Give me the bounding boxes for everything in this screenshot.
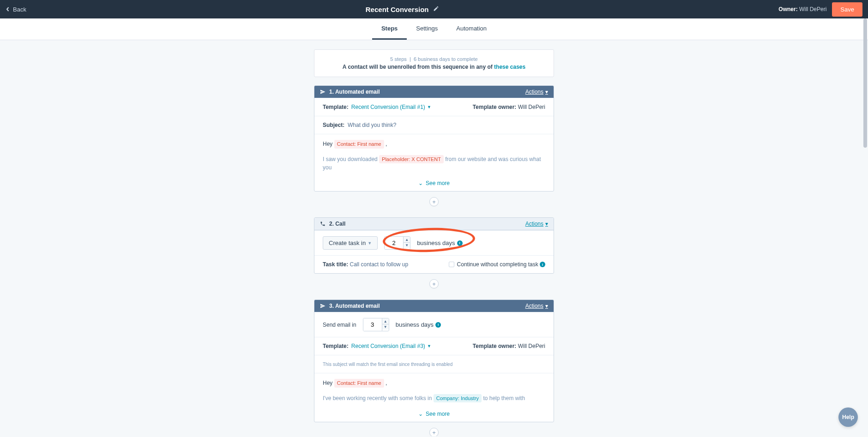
info-icon[interactable]: i <box>435 322 441 328</box>
template-label: Template: <box>323 104 349 110</box>
back-button[interactable]: Back <box>6 6 26 13</box>
scrollbar[interactable] <box>862 18 868 436</box>
unenroll-cases-link[interactable]: these cases <box>494 64 525 70</box>
workspace: 5 steps | 6 business days to complete A … <box>0 40 868 436</box>
step-2-card: 2. Call Actions ▾ Create task in ▼ ▲ <box>314 217 554 274</box>
email-body-preview: Hey Contact: First name , I saw you down… <box>314 134 554 177</box>
summary-stats: 5 steps | 6 business days to complete <box>324 56 544 62</box>
page-title: Recent Conversion <box>366 6 429 13</box>
back-label: Back <box>13 6 26 13</box>
step-1-header: 1. Automated email Actions ▾ <box>314 86 554 98</box>
tab-steps[interactable]: Steps <box>372 18 407 40</box>
scrollbar-thumb[interactable] <box>863 18 867 148</box>
template-label: Template: <box>323 343 349 349</box>
create-task-in-select[interactable]: Create task in ▼ <box>323 236 378 250</box>
add-step-button[interactable]: + <box>429 197 439 206</box>
send-email-in-label: Send email in <box>323 322 356 328</box>
caret-down-icon: ▾ <box>545 221 548 227</box>
owner-display: Owner: Will DePeri <box>778 6 826 12</box>
info-icon[interactable]: i <box>457 240 463 246</box>
page-title-wrap: Recent Conversion <box>366 6 440 13</box>
continue-checkbox[interactable] <box>449 262 454 267</box>
chevron-down-icon: ⌄ <box>418 411 423 417</box>
chevron-down-icon: ⌄ <box>418 180 423 186</box>
step-3-card: 3. Automated email Actions ▾ Send email … <box>314 299 554 422</box>
see-more-button[interactable]: ⌄ See more <box>314 408 554 422</box>
task-title: Task title: Call contact to follow up <box>323 261 408 268</box>
email-body-preview: Hey Contact: First name , I've been work… <box>314 373 554 408</box>
step-3-actions[interactable]: Actions ▾ <box>525 303 548 309</box>
step-3-header: 3. Automated email Actions ▾ <box>314 300 554 312</box>
paper-plane-icon <box>320 89 326 95</box>
help-button[interactable]: Help <box>838 407 858 427</box>
days-input-field[interactable] <box>363 318 382 331</box>
token-first-name: Contact: First name <box>334 379 384 388</box>
caret-down-icon: ▾ <box>545 303 548 309</box>
step-1-actions[interactable]: Actions ▾ <box>525 89 548 95</box>
step-2-header: 2. Call Actions ▾ <box>314 218 554 230</box>
caret-down-icon: ▾ <box>545 89 548 95</box>
see-more-button[interactable]: ⌄ See more <box>314 177 554 191</box>
business-days-label: business days i <box>417 239 462 246</box>
pencil-icon[interactable] <box>433 6 439 13</box>
template-link[interactable]: Recent Conversion (Email #3) ▼ <box>351 343 431 349</box>
caret-down-icon: ▼ <box>427 344 431 348</box>
tab-strip: Steps Settings Automation <box>0 18 868 40</box>
token-first-name: Contact: First name <box>334 140 384 149</box>
info-icon[interactable]: i <box>540 262 545 267</box>
summary-unenroll: A contact will be unenrolled from this s… <box>324 64 544 70</box>
token-placeholder-content: Placeholder: X CONTENT <box>379 155 444 164</box>
template-owner: Template owner: Will DePeri <box>473 104 545 110</box>
top-bar: Back Recent Conversion Owner: Will DePer… <box>0 0 868 18</box>
stepper-up[interactable]: ▲ <box>404 237 410 242</box>
tab-settings[interactable]: Settings <box>407 18 447 40</box>
days-input-field[interactable] <box>385 237 403 249</box>
days-input[interactable]: ▲ ▼ <box>384 236 410 250</box>
stepper-down[interactable]: ▼ <box>382 324 389 329</box>
threading-note: This subject will match the first email … <box>323 362 452 367</box>
stepper-up[interactable]: ▲ <box>382 318 389 324</box>
business-days-label: business days i <box>396 321 441 328</box>
add-step-button[interactable]: + <box>429 279 439 288</box>
step-1-card: 1. Automated email Actions ▾ Template: R… <box>314 85 554 192</box>
stepper-down[interactable]: ▼ <box>404 242 410 248</box>
subject-label: Subject: <box>323 122 344 128</box>
chevron-left-icon <box>6 6 10 13</box>
token-company-industry: Company: Industry <box>434 394 482 403</box>
caret-down-icon: ▼ <box>368 241 372 245</box>
caret-down-icon: ▼ <box>427 105 431 109</box>
save-button[interactable]: Save <box>832 2 862 17</box>
subject-value: What did you think? <box>348 122 396 128</box>
phone-icon <box>320 221 326 227</box>
days-input[interactable]: ▲ ▼ <box>363 318 389 331</box>
step-2-actions[interactable]: Actions ▾ <box>525 221 548 227</box>
add-step-button[interactable]: + <box>429 428 439 436</box>
tab-automation[interactable]: Automation <box>447 18 496 40</box>
template-link[interactable]: Recent Conversion (Email #1) ▼ <box>351 104 431 110</box>
summary-card: 5 steps | 6 business days to complete A … <box>314 49 554 77</box>
paper-plane-icon <box>320 303 326 309</box>
template-owner: Template owner: Will DePeri <box>473 343 545 349</box>
continue-label: Continue without completing task <box>457 261 538 268</box>
